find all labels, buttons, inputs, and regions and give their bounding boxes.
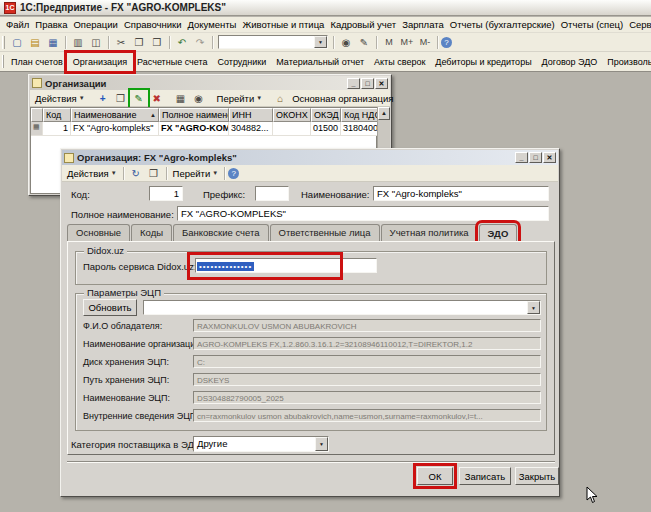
new-file-icon[interactable]: ▢ xyxy=(9,35,25,50)
code-field[interactable]: 1 xyxy=(149,186,183,201)
quick-debtors-creditors[interactable]: Дебиторы и кредиторы xyxy=(431,55,535,69)
edit-icon[interactable]: ✎ xyxy=(131,91,147,106)
standard-toolbar: ▢ ▤ ▦ ▥ ◫ ✂ ❐ ❒ ↶ ↷ ▼ ◉ ✎ М М+ М- ? xyxy=(0,33,651,52)
calc-memory-minus-icon[interactable]: М- xyxy=(417,35,433,50)
value-combo[interactable]: ▼ xyxy=(218,35,328,49)
menu-operations[interactable]: Операции xyxy=(70,18,120,31)
prefix-field[interactable] xyxy=(255,186,289,201)
tab-edo[interactable]: ЭДО xyxy=(479,224,518,242)
menu-animals[interactable]: Животные и птица xyxy=(239,18,327,31)
menu-documents[interactable]: Документы xyxy=(184,18,239,31)
close-button[interactable]: ✕ xyxy=(543,152,556,163)
copy-icon[interactable]: ❐ xyxy=(146,166,162,181)
minimize-button[interactable]: _ xyxy=(515,152,528,163)
menu-file[interactable]: Файл xyxy=(3,18,32,31)
scroll-up-icon[interactable]: ▲ xyxy=(378,107,390,120)
actions-button[interactable]: Действия▼ xyxy=(64,167,120,180)
dialog-title: Организация: FX "Agro-kompleks" xyxy=(77,152,237,163)
quick-edo-contract[interactable]: Договор ЭДО xyxy=(538,55,602,69)
table-row[interactable]: ▦ 1 FX "Agro-kompleks" FX "AGRO-KOMP... … xyxy=(31,122,379,136)
paste-icon[interactable]: ❒ xyxy=(149,35,165,50)
tab-accounting-policy[interactable]: Учетная политика xyxy=(381,224,478,241)
undo-icon[interactable]: ↶ xyxy=(174,35,190,50)
tab-main[interactable]: Основные xyxy=(67,224,130,241)
toolbar-separator xyxy=(333,36,334,49)
goto-button[interactable]: Перейти▼ xyxy=(170,167,222,180)
header-code[interactable]: Код xyxy=(43,108,71,122)
cell-inn[interactable]: 304882... xyxy=(229,122,273,136)
search-icon[interactable]: ◉ xyxy=(191,91,207,106)
menu-reports-acc[interactable]: Отчеты (бухгалтерские) xyxy=(447,18,558,31)
open-file-icon[interactable]: ▤ xyxy=(27,35,43,50)
menu-hr[interactable]: Кадровый учет xyxy=(327,18,399,31)
menu-edit[interactable]: Правка xyxy=(32,18,70,31)
header-oked[interactable]: ОКЭД xyxy=(311,108,341,122)
cell-code[interactable]: 1 xyxy=(43,122,71,136)
quick-organization[interactable]: Организация xyxy=(69,55,131,69)
combo-arrow-icon[interactable]: ▼ xyxy=(315,437,328,451)
print-icon[interactable]: ▥ xyxy=(70,35,86,50)
copy-row-icon[interactable]: ❐ xyxy=(113,91,129,106)
combo-arrow-icon[interactable]: ▼ xyxy=(527,301,540,314)
quick-material-report[interactable]: Материальный отчет xyxy=(272,55,368,69)
header-inn[interactable]: ИНН xyxy=(229,108,273,122)
ok-button[interactable]: ОК xyxy=(417,467,453,485)
tab-bank-accounts[interactable]: Банковские счета xyxy=(173,224,268,241)
cut-icon[interactable]: ✂ xyxy=(113,35,129,50)
menu-service[interactable]: Сервис xyxy=(626,18,651,31)
calc-memory-plus-icon[interactable]: М+ xyxy=(399,35,415,50)
main-org-button[interactable]: Основная организация xyxy=(289,92,396,105)
delete-icon[interactable]: ✖ xyxy=(149,91,165,106)
cell-okonh[interactable] xyxy=(273,122,311,136)
copy-icon[interactable]: ❐ xyxy=(131,35,147,50)
combo-arrow-icon[interactable]: ▼ xyxy=(314,36,327,48)
cell-nds[interactable]: 3180400... xyxy=(341,122,379,136)
find-icon[interactable]: ◉ xyxy=(338,35,354,50)
add-icon[interactable]: + xyxy=(95,91,111,106)
fullname-field[interactable]: FX "AGRO-KOMPLEKS" xyxy=(177,206,549,221)
minimize-button[interactable]: _ xyxy=(347,78,360,89)
save-icon[interactable]: ▦ xyxy=(45,35,61,50)
maximize-button[interactable]: □ xyxy=(361,78,374,89)
quick-reconciliation-acts[interactable]: Акты сверок xyxy=(370,55,429,69)
menu-reports-spec[interactable]: Отчеты (спец) xyxy=(558,18,626,31)
ecp-name-value: DS304882790005_2025 xyxy=(193,391,541,404)
edit-value-icon[interactable]: ✎ xyxy=(356,35,372,50)
header-okonh[interactable]: ОКОНХ xyxy=(273,108,311,122)
actions-button[interactable]: Действия▼ xyxy=(32,92,88,105)
cell-oked[interactable]: 01500 xyxy=(311,122,341,136)
toolbar-grip[interactable] xyxy=(2,36,5,49)
quick-bank-accounts[interactable]: Расчетные счета xyxy=(133,55,211,69)
menu-salary[interactable]: Зарплата xyxy=(399,18,447,31)
header-fullname[interactable]: Полное наименов... xyxy=(159,108,229,122)
calc-memory-icon[interactable]: М xyxy=(381,35,397,50)
quick-employees[interactable]: Сотрудники xyxy=(214,55,271,69)
ecp-key-combo[interactable]: ▼ xyxy=(143,300,541,315)
main-org-icon: ⌂ xyxy=(272,91,288,106)
save-button[interactable]: Записать xyxy=(459,467,511,485)
tab-responsible[interactable]: Ответственные лица xyxy=(270,224,380,241)
header-name[interactable]: Наименование▲ xyxy=(71,108,159,122)
help-icon[interactable]: ? xyxy=(441,37,452,48)
list-settings-icon[interactable]: ▦ xyxy=(173,91,189,106)
tab-codes[interactable]: Коды xyxy=(131,224,172,241)
refresh-button[interactable]: Обновить xyxy=(83,299,137,316)
reread-icon[interactable]: ↻ xyxy=(128,166,144,181)
redo-icon[interactable]: ↷ xyxy=(192,35,208,50)
goto-button[interactable]: Перейти▼ xyxy=(214,92,266,105)
name-field[interactable]: FX "Agro-kompleks" xyxy=(373,186,549,201)
maximize-button[interactable]: □ xyxy=(529,152,542,163)
header-nds[interactable]: Код НДС xyxy=(341,108,379,122)
toolbar-separator xyxy=(123,167,124,180)
close-button[interactable]: Закрыть xyxy=(515,467,559,485)
menu-catalogs[interactable]: Справочники xyxy=(121,18,185,31)
close-button[interactable]: ✕ xyxy=(375,78,388,89)
cell-fullname[interactable]: FX "AGRO-KOMP... xyxy=(159,122,229,136)
toolbar-grip[interactable] xyxy=(2,55,4,68)
cell-name[interactable]: FX "Agro-kompleks" xyxy=(71,122,159,136)
help-icon[interactable]: ? xyxy=(228,168,239,179)
quick-edo-arbitrary-doc[interactable]: Произвольный документ ЭДО xyxy=(603,55,651,69)
print-preview-icon[interactable]: ◫ xyxy=(88,35,104,50)
category-combo[interactable]: Другие▼ xyxy=(193,436,329,452)
quick-chart-of-accounts[interactable]: План счетов xyxy=(7,55,67,69)
